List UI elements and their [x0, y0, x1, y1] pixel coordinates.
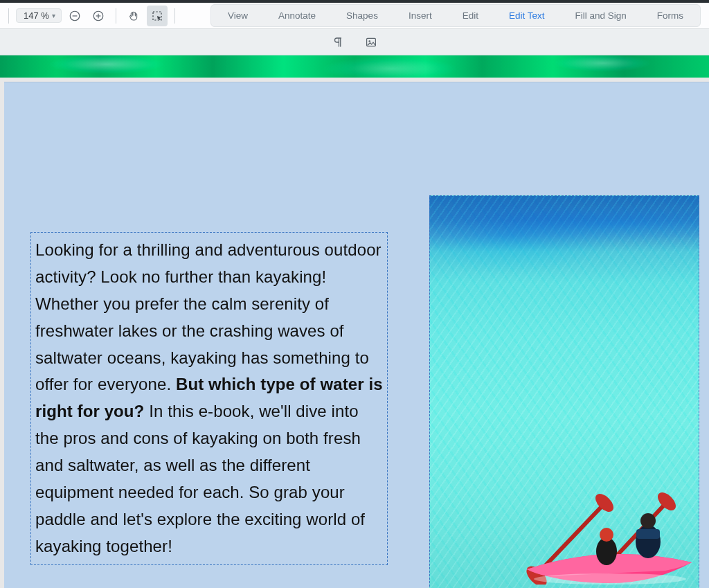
text-part-2: In this e-book, we'll dive into the pros…: [35, 402, 365, 555]
document-canvas[interactable]: Looking for a thrilling and adventurous …: [0, 55, 709, 588]
tab-shapes[interactable]: Shapes: [331, 6, 393, 25]
insert-image-button[interactable]: [362, 33, 380, 51]
hand-icon: [127, 10, 140, 22]
zoom-in-icon: [92, 10, 105, 22]
edit-text-subtoolbar: [0, 29, 709, 55]
tab-annotate[interactable]: Annotate: [263, 6, 331, 25]
zoom-level-value: 147 %: [24, 10, 49, 21]
tab-edit-text[interactable]: Edit Text: [494, 6, 560, 25]
main-toolbar: 147 % ▾ View Annotate Shapes Insert Edit: [0, 3, 709, 29]
tab-forms[interactable]: Forms: [642, 6, 699, 25]
svg-point-7: [368, 40, 370, 42]
chevron-down-icon: ▾: [52, 12, 55, 19]
text-part-1: Looking for a thrilling and adventurous …: [35, 240, 382, 393]
pan-tool-button[interactable]: [123, 6, 144, 26]
previous-page-banner-image: [0, 55, 709, 78]
pilcrow-icon: [332, 36, 344, 48]
zoom-level-dropdown[interactable]: 147 % ▾: [16, 8, 62, 23]
zoom-out-icon: [69, 10, 81, 22]
toolbar-separator: [174, 8, 175, 24]
tab-insert[interactable]: Insert: [393, 6, 447, 25]
svg-point-18: [534, 573, 686, 585]
editable-text-region[interactable]: Looking for a thrilling and adventurous …: [30, 232, 388, 565]
paragraph-mark-button[interactable]: [329, 33, 347, 51]
toolbar-separator: [116, 8, 116, 24]
page-surface[interactable]: Looking for a thrilling and adventurous …: [4, 82, 709, 588]
svg-point-14: [640, 513, 656, 528]
zoom-in-button[interactable]: [88, 6, 109, 26]
tab-edit[interactable]: Edit: [447, 6, 494, 25]
select-tool-button[interactable]: [147, 6, 168, 26]
body-paragraph[interactable]: Looking for a thrilling and adventurous …: [35, 237, 383, 560]
image-icon: [365, 36, 377, 48]
mode-tabs: View Annotate Shapes Insert Edit Edit Te…: [210, 4, 701, 27]
kayak-illustration: [520, 488, 693, 585]
zoom-out-button[interactable]: [64, 6, 85, 26]
toolbar-separator: [8, 8, 9, 24]
selection-icon: [151, 10, 163, 22]
tab-fill-and-sign[interactable]: Fill and Sign: [559, 6, 641, 25]
tab-view[interactable]: View: [213, 6, 263, 25]
svg-rect-15: [636, 529, 660, 539]
editable-image-region[interactable]: [429, 195, 699, 588]
